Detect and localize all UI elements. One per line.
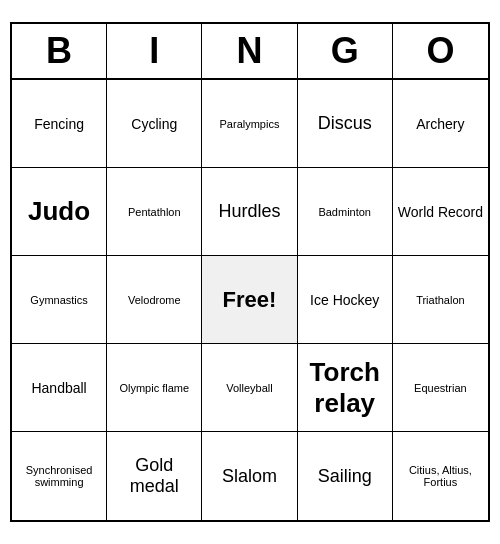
cell-text: Citius, Altius, Fortius bbox=[397, 464, 484, 488]
cell-text: Sailing bbox=[318, 466, 372, 487]
bingo-cell[interactable]: Gold medal bbox=[107, 432, 202, 520]
bingo-cell[interactable]: Ice Hockey bbox=[298, 256, 393, 344]
cell-text: Torch relay bbox=[302, 357, 388, 419]
cell-text: Handball bbox=[31, 380, 86, 396]
bingo-cell[interactable]: Cycling bbox=[107, 80, 202, 168]
bingo-cell[interactable]: Paralympics bbox=[202, 80, 297, 168]
bingo-cell[interactable]: Velodrome bbox=[107, 256, 202, 344]
cell-text: Discus bbox=[318, 113, 372, 134]
bingo-cell[interactable]: Torch relay bbox=[298, 344, 393, 432]
cell-text: Triathalon bbox=[416, 294, 465, 306]
bingo-cell[interactable]: Archery bbox=[393, 80, 488, 168]
cell-text: World Record bbox=[398, 204, 483, 220]
cell-text: Slalom bbox=[222, 466, 277, 487]
bingo-cell[interactable]: Judo bbox=[12, 168, 107, 256]
bingo-cell[interactable]: Slalom bbox=[202, 432, 297, 520]
bingo-cell[interactable]: World Record bbox=[393, 168, 488, 256]
bingo-cell[interactable]: Hurdles bbox=[202, 168, 297, 256]
bingo-cell[interactable]: Free! bbox=[202, 256, 297, 344]
cell-text: Paralympics bbox=[220, 118, 280, 130]
bingo-cell[interactable]: Pentathlon bbox=[107, 168, 202, 256]
cell-text: Hurdles bbox=[218, 201, 280, 222]
bingo-cell[interactable]: Volleyball bbox=[202, 344, 297, 432]
header-letter: G bbox=[298, 24, 393, 78]
header-letter: I bbox=[107, 24, 202, 78]
header-letter: B bbox=[12, 24, 107, 78]
cell-text: Gold medal bbox=[111, 455, 197, 497]
bingo-cell[interactable]: Triathalon bbox=[393, 256, 488, 344]
cell-text: Pentathlon bbox=[128, 206, 181, 218]
cell-text: Judo bbox=[28, 196, 90, 227]
bingo-cell[interactable]: Handball bbox=[12, 344, 107, 432]
cell-text: Cycling bbox=[131, 116, 177, 132]
cell-text: Synchronised swimming bbox=[16, 464, 102, 488]
cell-text: Volleyball bbox=[226, 382, 272, 394]
cell-text: Velodrome bbox=[128, 294, 181, 306]
bingo-cell[interactable]: Gymnastics bbox=[12, 256, 107, 344]
cell-text: Gymnastics bbox=[30, 294, 87, 306]
bingo-cell[interactable]: Discus bbox=[298, 80, 393, 168]
cell-text: Free! bbox=[223, 287, 277, 313]
cell-text: Equestrian bbox=[414, 382, 467, 394]
bingo-header: BINGO bbox=[12, 24, 488, 80]
cell-text: Archery bbox=[416, 116, 464, 132]
bingo-cell[interactable]: Synchronised swimming bbox=[12, 432, 107, 520]
header-letter: N bbox=[202, 24, 297, 78]
bingo-cell[interactable]: Badminton bbox=[298, 168, 393, 256]
bingo-cell[interactable]: Fencing bbox=[12, 80, 107, 168]
bingo-cell[interactable]: Sailing bbox=[298, 432, 393, 520]
bingo-cell[interactable]: Olympic flame bbox=[107, 344, 202, 432]
cell-text: Badminton bbox=[318, 206, 371, 218]
cell-text: Ice Hockey bbox=[310, 292, 379, 308]
bingo-cell[interactable]: Equestrian bbox=[393, 344, 488, 432]
bingo-grid: FencingCyclingParalympicsDiscusArcheryJu… bbox=[12, 80, 488, 520]
bingo-card: BINGO FencingCyclingParalympicsDiscusArc… bbox=[10, 22, 490, 522]
bingo-cell[interactable]: Citius, Altius, Fortius bbox=[393, 432, 488, 520]
cell-text: Olympic flame bbox=[119, 382, 189, 394]
cell-text: Fencing bbox=[34, 116, 84, 132]
header-letter: O bbox=[393, 24, 488, 78]
